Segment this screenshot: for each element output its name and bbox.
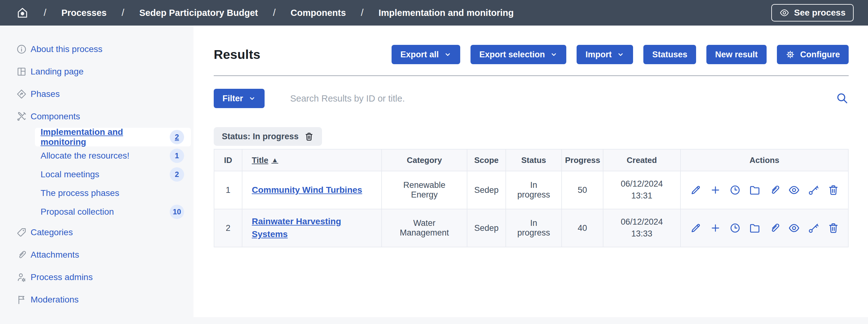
result-title-link[interactable]: Rainwater Harvesting Systems xyxy=(252,217,341,239)
sidebar-item-about[interactable]: About this process xyxy=(0,38,193,61)
sidebar-item-label: Components xyxy=(31,111,80,121)
paperclip-icon xyxy=(16,250,27,260)
cell-status: In progress xyxy=(506,209,562,247)
filter-row: Filter xyxy=(214,88,849,108)
result-title-link[interactable]: Community Wind Turbines xyxy=(252,185,362,195)
search-icon[interactable] xyxy=(836,92,849,106)
import-button[interactable]: Import xyxy=(577,45,633,64)
breadcrumb-item-components[interactable]: Components xyxy=(290,8,346,18)
history-clock-icon[interactable] xyxy=(729,184,741,196)
cell-scope: Sedep xyxy=(467,171,506,209)
info-icon xyxy=(16,44,27,55)
table-header-row: ID Title ▲ Category Scope Status Progres… xyxy=(214,149,848,171)
breadcrumb-separator: / xyxy=(273,7,276,19)
sidebar-item-local-meetings[interactable]: Local meetings 2 xyxy=(35,165,191,184)
column-header-status: Status xyxy=(506,149,562,171)
main-content: Results Export all Export selection Impo… xyxy=(193,26,868,317)
sidebar-item-label: Process admins xyxy=(31,272,93,282)
preview-eye-icon[interactable] xyxy=(788,184,800,196)
sidebar-item-proposal-collection[interactable]: Proposal collection 10 xyxy=(35,203,191,221)
column-header-title: Title ▲ xyxy=(242,149,381,171)
edit-icon[interactable] xyxy=(690,184,702,196)
sidebar-subitem-label: Proposal collection xyxy=(40,207,114,217)
cell-category: Water Management xyxy=(381,209,467,247)
new-result-label: New result xyxy=(715,50,758,60)
sidebar-item-landing-page[interactable]: Landing page xyxy=(0,61,193,83)
remove-filter-trash-icon[interactable] xyxy=(304,132,314,141)
edit-icon[interactable] xyxy=(690,222,702,234)
sort-title-link[interactable]: Title ▲ xyxy=(252,155,278,165)
sidebar-subitem-label: Allocate the resources! xyxy=(40,151,129,161)
sidebar-item-components[interactable]: Components xyxy=(0,105,193,128)
sidebar-subitem-label: Local meetings xyxy=(40,170,99,179)
chevron-down-icon xyxy=(617,51,624,58)
home-icon[interactable] xyxy=(16,6,29,19)
cell-created: 06/12/2024 13:31 xyxy=(603,171,681,209)
breadcrumb-item-process-name[interactable]: Sedep Participatory Budget xyxy=(139,8,258,18)
permissions-key-icon[interactable] xyxy=(808,184,819,196)
configure-label: Configure xyxy=(800,50,840,60)
attachments-paperclip-icon[interactable] xyxy=(769,222,780,234)
chevron-down-icon xyxy=(550,51,558,58)
sidebar-item-categories[interactable]: Categories xyxy=(0,221,193,244)
column-header-actions: Actions xyxy=(681,149,848,171)
sidebar-item-the-process-phases[interactable]: The process phases xyxy=(35,184,191,203)
delete-trash-icon[interactable] xyxy=(828,222,839,234)
count-badge: 1 xyxy=(170,149,184,163)
see-process-label: See process xyxy=(794,8,845,18)
sidebar-item-allocate-the-resources[interactable]: Allocate the resources! 1 xyxy=(35,146,191,165)
table-row: 1 Community Wind Turbines Renewable Ener… xyxy=(214,171,848,209)
statuses-button[interactable]: Statuses xyxy=(643,45,696,64)
gear-icon xyxy=(786,50,795,59)
column-header-scope: Scope xyxy=(467,149,506,171)
table-row: 2 Rainwater Harvesting Systems Water Man… xyxy=(214,209,848,247)
folder-icon[interactable] xyxy=(749,222,761,234)
breadcrumb-bar: / Processes / Sedep Participatory Budget… xyxy=(0,0,868,26)
statuses-label: Statuses xyxy=(652,50,687,60)
components-subnav: Implementation and monitoring 2 Allocate… xyxy=(0,128,193,221)
add-icon[interactable] xyxy=(710,222,721,234)
breadcrumb-separator: / xyxy=(44,7,46,19)
configure-button[interactable]: Configure xyxy=(777,45,849,64)
sidebar: About this process Landing page Phases xyxy=(0,26,193,317)
filter-button[interactable]: Filter xyxy=(214,89,265,108)
sidebar-item-attachments[interactable]: Attachments xyxy=(0,244,193,266)
new-result-button[interactable]: New result xyxy=(706,45,767,64)
sidebar-item-label: Landing page xyxy=(31,67,84,77)
import-label: Import xyxy=(585,50,612,60)
permissions-key-icon[interactable] xyxy=(808,222,819,234)
cell-id: 2 xyxy=(214,209,242,247)
add-icon[interactable] xyxy=(710,184,721,196)
sidebar-item-label: About this process xyxy=(31,44,102,54)
sidebar-item-phases[interactable]: Phases xyxy=(0,83,193,105)
chevron-down-icon xyxy=(248,95,256,102)
breadcrumb-separator: / xyxy=(361,7,364,19)
sidebar-item-process-admins[interactable]: Process admins xyxy=(0,266,193,288)
sidebar-item-moderations[interactable]: Moderations xyxy=(0,288,193,311)
preview-eye-icon[interactable] xyxy=(788,222,800,234)
attachments-paperclip-icon[interactable] xyxy=(769,184,780,196)
filter-label: Filter xyxy=(222,94,243,103)
sidebar-item-label: Categories xyxy=(31,227,73,238)
tools-icon xyxy=(16,111,27,122)
cell-progress: 50 xyxy=(562,171,603,209)
active-filter-chip: Status: In progress xyxy=(214,127,322,146)
history-clock-icon[interactable] xyxy=(729,222,741,234)
delete-trash-icon[interactable] xyxy=(828,184,839,196)
search-input[interactable] xyxy=(289,88,829,108)
cell-actions xyxy=(681,171,848,209)
sidebar-subitem-label: The process phases xyxy=(40,188,119,198)
sidebar-item-label: Moderations xyxy=(31,295,79,305)
results-table: ID Title ▲ Category Scope Status Progres… xyxy=(214,149,849,247)
export-selection-button[interactable]: Export selection xyxy=(470,45,566,64)
cell-scope: Sedep xyxy=(467,209,506,247)
folder-icon[interactable] xyxy=(749,184,761,196)
cell-title: Rainwater Harvesting Systems xyxy=(242,209,381,247)
breadcrumb-item-processes[interactable]: Processes xyxy=(61,8,107,18)
active-filters: Status: In progress xyxy=(214,127,849,146)
column-header-created: Created xyxy=(603,149,681,171)
chevron-down-icon xyxy=(444,51,452,58)
sidebar-item-implementation-and-monitoring[interactable]: Implementation and monitoring 2 xyxy=(35,128,191,146)
see-process-button[interactable]: See process xyxy=(771,4,854,22)
export-all-button[interactable]: Export all xyxy=(392,45,460,64)
